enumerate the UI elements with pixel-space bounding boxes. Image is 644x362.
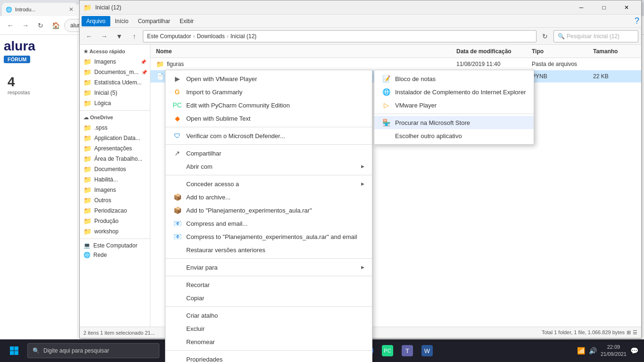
menu-arquivo[interactable]: Arquivo bbox=[82, 16, 110, 26]
breadcrumb-pc[interactable]: Este Computador bbox=[147, 33, 191, 40]
sidebar-item-documentos2[interactable]: 📁 Documentos bbox=[80, 164, 150, 174]
sidebar-item-documentos[interactable]: 📁 Documentos_m... 📌 bbox=[80, 67, 150, 77]
ctx-excluir[interactable]: Excluir bbox=[165, 322, 372, 335]
tray-notifications[interactable]: 💬 bbox=[630, 347, 638, 354]
sidebar-item-workshop[interactable]: 📁 workshop bbox=[80, 226, 150, 237]
breadcrumb-inicial[interactable]: Inicial (12) bbox=[231, 33, 256, 40]
sidebar-item-appdata[interactable]: 📁 Application Data... bbox=[80, 133, 150, 143]
browser-tab-1[interactable]: 🌐 Introdu... ✕ bbox=[2, 3, 77, 16]
sidebar-item-estatistica[interactable]: 📁 Estatística Udem... bbox=[80, 77, 150, 88]
ctx-sub-ie[interactable]: 🌐 Instalador de Complemento do Internet … bbox=[374, 85, 534, 99]
ctx-criar-atalho[interactable]: Criar atalho bbox=[165, 309, 372, 322]
ctx-sub-ms-store[interactable]: 🏪 Procurar na Microsoft Store bbox=[374, 116, 534, 129]
ctx-sep-6 bbox=[165, 306, 372, 307]
ctx-sub-outro-app[interactable]: Escolher outro aplicativo bbox=[374, 129, 534, 142]
close-button[interactable]: ✕ bbox=[616, 0, 637, 15]
col-header-name[interactable]: Nome bbox=[156, 48, 456, 55]
sidebar-item-rede[interactable]: 🌐 Rede bbox=[80, 250, 150, 260]
ctx-conceder[interactable]: Conceder acesso a bbox=[165, 177, 372, 190]
sidebar-item-este-computador[interactable]: 💻 Este Computador bbox=[80, 241, 150, 250]
sidebar-label-imagens: Imagens bbox=[94, 58, 116, 65]
browser-back[interactable]: ← bbox=[4, 19, 17, 32]
copy-icon bbox=[173, 294, 182, 302]
nav-refresh[interactable]: ↻ bbox=[538, 30, 552, 43]
menu-inicio[interactable]: Início bbox=[110, 16, 133, 26]
breadcrumb-downloads[interactable]: Downloads bbox=[197, 33, 224, 40]
ctx-verificar[interactable]: 🛡 Verificar com o Microsoft Defender... bbox=[165, 129, 372, 142]
file-row-figuras[interactable]: 📁 figuras 11/08/2019 11:40 Pasta de arqu… bbox=[150, 58, 641, 70]
nav-recent[interactable]: ▼ bbox=[113, 30, 126, 43]
browser-forward[interactable]: → bbox=[19, 19, 32, 32]
sidebar-item-outros[interactable]: 📁 Outros bbox=[80, 195, 150, 206]
ctx-sub-vmware[interactable]: ▷ VMware Player bbox=[374, 99, 534, 112]
view-icon-list[interactable]: ☰ bbox=[633, 329, 637, 336]
minimize-button[interactable]: ─ bbox=[570, 0, 592, 15]
ctx-compartilhar[interactable]: ↗ Compartilhar bbox=[165, 147, 372, 160]
nav-forward[interactable]: → bbox=[98, 30, 111, 43]
tray-icon-network[interactable]: 📶 bbox=[577, 347, 585, 354]
maximize-button[interactable]: □ bbox=[593, 0, 615, 15]
ctx-sep-7 bbox=[165, 350, 372, 351]
taskbar-app-pycharm[interactable]: PC bbox=[378, 339, 397, 362]
menu-bar: Arquivo Início Compartilhar Exibir ? bbox=[80, 15, 641, 28]
file-type-figuras: Pasta de arquivos bbox=[532, 61, 593, 67]
breadcrumb-sep1: › bbox=[193, 33, 195, 40]
ctx-compress-rar-email[interactable]: 📧 Compress to "Planejamento_experimentos… bbox=[165, 230, 372, 243]
sidebar-item-habilita[interactable]: 📁 Habilitá... bbox=[80, 174, 150, 185]
ctx-renomear[interactable]: Renomear bbox=[165, 335, 372, 348]
search-icon: 🔍 bbox=[558, 33, 565, 40]
view-icon-grid[interactable]: ⊞ bbox=[627, 329, 631, 336]
ctx-recortar[interactable]: Recortar bbox=[165, 278, 372, 291]
taskbar-search-box[interactable]: 🔍 Digite aqui para pesquisar bbox=[27, 343, 159, 358]
tray-icon-volume[interactable]: 🔊 bbox=[589, 347, 597, 354]
ctx-enviar-para[interactable]: Enviar para bbox=[165, 261, 372, 274]
tray-clock[interactable]: 22:09 21/09/2021 bbox=[601, 344, 627, 358]
menu-exibir[interactable]: Exibir bbox=[175, 16, 198, 26]
sidebar-item-producao[interactable]: 📁 Produção bbox=[80, 216, 150, 226]
col-header-size[interactable]: Tamanho bbox=[593, 48, 636, 55]
ctx-open-sublime[interactable]: ◆ Open with Sublime Text bbox=[165, 112, 372, 125]
onedrive-header: ☁ OneDrive bbox=[80, 113, 150, 123]
col-header-type[interactable]: Tipo bbox=[532, 48, 593, 55]
ctx-abrir-com[interactable]: Abrir com bbox=[165, 160, 372, 173]
ctx-import-grammarly[interactable]: G Import to Grammarly bbox=[165, 85, 372, 99]
ctx-add-archive[interactable]: 📦 Add to archive... bbox=[165, 190, 372, 204]
taskbar-app-word[interactable]: W bbox=[418, 339, 437, 362]
sidebar-item-spss[interactable]: 📁 .spss bbox=[80, 123, 150, 133]
ctx-edit-pycharm[interactable]: PC Edit with PyCharm Community Edition bbox=[165, 99, 372, 112]
sidebar-item-logica[interactable]: 📁 Lógica bbox=[80, 98, 150, 108]
pycharm-icon: PC bbox=[173, 101, 182, 109]
ctx-copiar[interactable]: Copiar bbox=[165, 291, 372, 304]
share-icon: ↗ bbox=[173, 149, 182, 157]
ctx-sub-bloco-notas[interactable]: 📝 Bloco de notas bbox=[374, 72, 534, 85]
search-box[interactable]: 🔍 Pesquisar Inicial (12) bbox=[553, 30, 638, 42]
col-header-date[interactable]: Data de modificação bbox=[456, 48, 532, 55]
tab1-icon: 🌐 bbox=[6, 7, 12, 13]
ctx-restaurar[interactable]: Restaurar versões anteriores bbox=[165, 243, 372, 256]
breadcrumb-bar[interactable]: Este Computador › Downloads › Inicial (1… bbox=[143, 30, 537, 42]
sidebar-item-periodizacao[interactable]: 📁 Periodizacao bbox=[80, 206, 150, 216]
menu-compartilhar[interactable]: Compartilhar bbox=[133, 16, 175, 26]
sidebar-item-inicial5[interactable]: 📁 Inicial (5) bbox=[80, 88, 150, 98]
start-button[interactable] bbox=[2, 339, 26, 362]
ctx-compress-email[interactable]: 📧 Compress and email... bbox=[165, 217, 372, 230]
ctx-sub-label-vmware: VMware Player bbox=[395, 102, 437, 109]
sidebar-item-area-trabalho[interactable]: 📁 Área de Trabalho... bbox=[80, 154, 150, 164]
archive-icon: 📦 bbox=[173, 193, 182, 201]
ctx-label-verificar: Verificar com o Microsoft Defender... bbox=[186, 132, 285, 140]
ctx-sub-sep bbox=[374, 114, 534, 114]
ctx-propriedades[interactable]: Propriedades bbox=[165, 353, 372, 362]
browser-refresh[interactable]: ↻ bbox=[34, 19, 47, 32]
sidebar-item-apresentacoes[interactable]: 📁 Apresentações bbox=[80, 143, 150, 154]
browser-home[interactable]: 🏠 bbox=[49, 19, 62, 32]
taskbar-app-teams[interactable]: T bbox=[398, 339, 417, 362]
ctx-add-rar[interactable]: 📦 Add to "Planejamento_experimentos_aula… bbox=[165, 204, 372, 217]
nav-back[interactable]: ← bbox=[83, 30, 96, 43]
nav-up[interactable]: ↑ bbox=[128, 30, 141, 43]
sidebar-item-imagens2[interactable]: 📁 Imagens bbox=[80, 185, 150, 195]
folder-icon: 📁 bbox=[83, 217, 91, 225]
tab1-close[interactable]: ✕ bbox=[69, 6, 74, 13]
help-button[interactable]: ? bbox=[635, 16, 639, 26]
sidebar-item-imagens[interactable]: 📁 Imagens 📌 bbox=[80, 57, 150, 67]
ctx-open-vmware[interactable]: ▶ Open with VMware Player bbox=[165, 72, 372, 85]
